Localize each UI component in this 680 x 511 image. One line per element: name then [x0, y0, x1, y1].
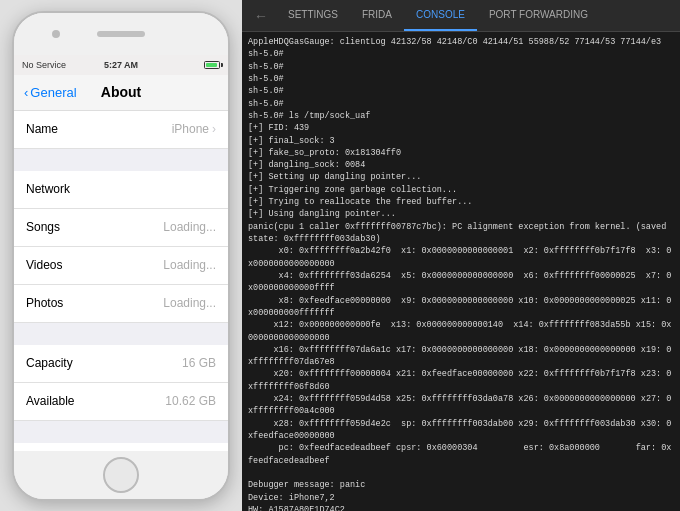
row-label: Photos	[26, 296, 163, 310]
row-label: Videos	[26, 258, 163, 272]
row-label: Available	[26, 394, 165, 408]
carrier-label: No Service	[22, 60, 104, 70]
table-row[interactable]: Videos Loading...	[14, 247, 228, 285]
row-label: Network	[26, 182, 216, 196]
section-gap	[14, 149, 228, 171]
row-label: Songs	[26, 220, 163, 234]
row-value: Loading...	[163, 220, 216, 234]
section-gap	[14, 421, 228, 443]
row-label: Capacity	[26, 356, 182, 370]
navigation-bar: ‹ General About	[14, 75, 228, 111]
settings-content: Name iPhone › Network Songs Loading... V…	[14, 111, 228, 451]
table-row[interactable]: Available 10.62 GB	[14, 383, 228, 421]
tab-frida-label: FRIDA	[362, 9, 392, 20]
tab-port-forwarding[interactable]: PORT FORWARDING	[477, 0, 600, 31]
tab-frida[interactable]: FRIDA	[350, 0, 404, 31]
time-label: 5:27 AM	[104, 60, 138, 70]
home-button[interactable]	[103, 457, 139, 493]
table-row[interactable]: Name iPhone ›	[14, 111, 228, 149]
page-title: About	[101, 84, 141, 100]
tab-port-forwarding-label: PORT FORWARDING	[489, 9, 588, 20]
table-row[interactable]: Songs Loading...	[14, 209, 228, 247]
tab-console[interactable]: CONSOLE	[404, 0, 477, 31]
back-nav-button[interactable]: ←	[246, 0, 276, 31]
status-bar: No Service 5:27 AM	[14, 55, 228, 75]
settings-rows: Name iPhone › Network Songs Loading... V…	[14, 111, 228, 451]
tab-settings-label: SETTINGS	[288, 9, 338, 20]
battery-icon	[204, 61, 220, 69]
row-value: 16 GB	[182, 356, 216, 370]
row-value: Loading...	[163, 258, 216, 272]
iphone-top-bar	[14, 13, 228, 55]
table-row[interactable]: Network	[14, 171, 228, 209]
console-output[interactable]: AppleHDQGasGauge: clientLog 42132/58 421…	[242, 32, 680, 511]
tab-bar: ← SETTINGS FRIDA CONSOLE PORT FORWARDING	[242, 0, 680, 32]
back-label: General	[30, 85, 76, 100]
frida-panel: ← SETTINGS FRIDA CONSOLE PORT FORWARDING…	[242, 0, 680, 511]
table-row[interactable]: Version 12.1.4 (16D57)	[14, 443, 228, 451]
back-chevron-icon: ‹	[24, 85, 28, 100]
iphone-bottom-bar	[14, 451, 228, 499]
tab-console-label: CONSOLE	[416, 9, 465, 20]
row-value: iPhone ›	[172, 122, 216, 136]
status-right	[138, 61, 220, 69]
row-value: Loading...	[163, 296, 216, 310]
iphone-body: No Service 5:27 AM ‹ General About Name …	[12, 11, 230, 501]
tab-settings[interactable]: SETTINGS	[276, 0, 350, 31]
row-label: Name	[26, 122, 172, 136]
row-value: 10.62 GB	[165, 394, 216, 408]
table-row[interactable]: Capacity 16 GB	[14, 345, 228, 383]
back-button[interactable]: ‹ General	[24, 85, 77, 100]
tab-spacer	[600, 0, 676, 31]
chevron-icon: ›	[212, 122, 216, 136]
iphone-speaker	[97, 31, 145, 37]
section-gap	[14, 323, 228, 345]
table-row[interactable]: Photos Loading...	[14, 285, 228, 323]
iphone-device: No Service 5:27 AM ‹ General About Name …	[0, 0, 242, 511]
iphone-camera	[52, 30, 60, 38]
